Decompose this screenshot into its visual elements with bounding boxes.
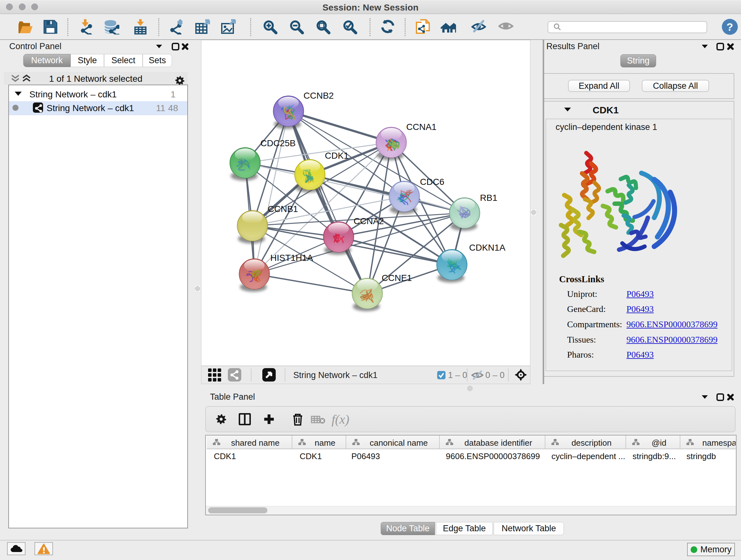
svg-text:CDC25B: CDC25B bbox=[260, 138, 295, 148]
svg-text:?: ? bbox=[727, 21, 733, 33]
svg-text:HIST1H1A: HIST1H1A bbox=[270, 253, 313, 263]
svg-text:CCNA1: CCNA1 bbox=[406, 122, 436, 132]
svg-text:CDC6: CDC6 bbox=[420, 177, 444, 187]
svg-text:CCNE1: CCNE1 bbox=[382, 273, 412, 283]
svg-text:CDKN1A: CDKN1A bbox=[469, 243, 506, 253]
svg-text:CCNB1: CCNB1 bbox=[268, 204, 298, 214]
svg-text:CDK1: CDK1 bbox=[325, 151, 349, 161]
svg-text:CCNB2: CCNB2 bbox=[304, 91, 334, 101]
svg-text:RB1: RB1 bbox=[480, 193, 497, 203]
svg-text:CCNA2: CCNA2 bbox=[354, 216, 384, 226]
